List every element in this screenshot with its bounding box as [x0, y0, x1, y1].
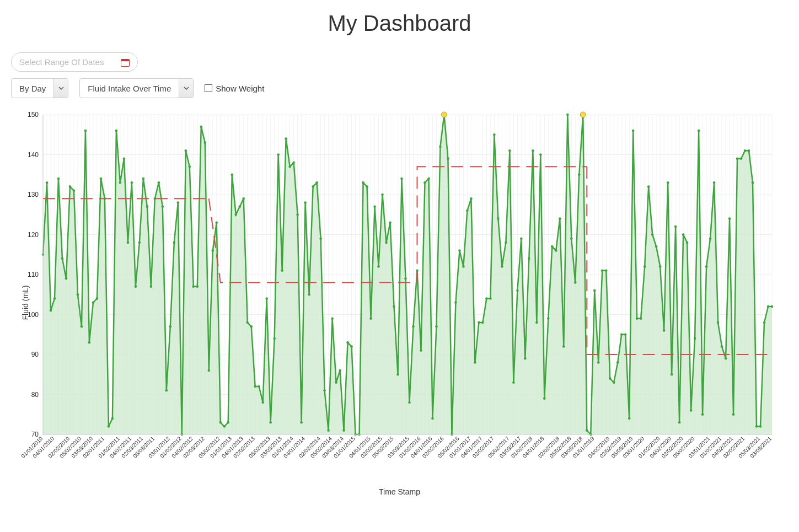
svg-point-305 [416, 269, 419, 272]
svg-point-263 [254, 385, 256, 388]
svg-point-339 [547, 317, 550, 320]
svg-point-261 [246, 321, 249, 324]
svg-point-309 [431, 417, 434, 420]
granularity-select[interactable]: By Day [11, 78, 68, 98]
svg-point-251 [207, 369, 210, 372]
svg-point-387 [732, 413, 735, 416]
svg-point-378 [698, 130, 700, 132]
svg-point-360 [628, 417, 631, 420]
svg-point-316 [458, 249, 461, 252]
svg-point-267 [269, 421, 272, 424]
svg-point-294 [373, 205, 376, 208]
svg-point-257 [230, 173, 233, 176]
show-weight-checkbox[interactable]: Show Weight [205, 84, 264, 93]
svg-point-325 [493, 133, 496, 136]
svg-point-232 [135, 285, 137, 288]
svg-point-223 [100, 178, 103, 180]
svg-point-268 [273, 337, 276, 340]
svg-point-375 [686, 241, 689, 244]
svg-point-237 [154, 197, 157, 200]
svg-point-306 [420, 349, 422, 352]
svg-point-225 [108, 425, 110, 428]
svg-point-356 [613, 381, 615, 384]
metric-select[interactable]: Fluid Intake Over Time [79, 78, 194, 98]
svg-point-389 [740, 157, 743, 160]
svg-text:120: 120 [28, 231, 39, 239]
svg-point-292 [366, 185, 368, 188]
chevron-down-icon [53, 79, 68, 98]
svg-point-279 [315, 181, 318, 184]
svg-point-240 [165, 389, 168, 392]
svg-point-275 [300, 421, 303, 424]
svg-point-256 [227, 421, 229, 424]
svg-point-283 [331, 317, 334, 320]
svg-point-293 [369, 317, 372, 320]
svg-point-379 [701, 413, 704, 416]
svg-point-222 [96, 297, 99, 300]
svg-point-317 [462, 265, 465, 268]
svg-point-396 [767, 305, 770, 308]
svg-point-318 [466, 209, 469, 212]
svg-point-227 [115, 130, 118, 132]
svg-point-373 [678, 421, 681, 424]
line-chart[interactable]: 70809010011012013014015001/01/201004/01/… [11, 109, 783, 484]
svg-point-218 [81, 325, 83, 328]
svg-point-358 [620, 333, 623, 336]
svg-point-336 [535, 321, 538, 324]
svg-point-342 [559, 217, 561, 220]
svg-point-274 [296, 213, 299, 216]
svg-point-392 [752, 181, 754, 184]
svg-point-224 [104, 197, 106, 200]
svg-point-302 [404, 277, 407, 280]
svg-point-272 [288, 165, 291, 168]
svg-point-291 [362, 181, 364, 184]
svg-point-228 [119, 181, 122, 184]
svg-point-280 [319, 237, 322, 240]
svg-point-372 [674, 225, 677, 228]
svg-point-277 [308, 293, 310, 296]
svg-point-213 [61, 257, 64, 260]
svg-point-245 [185, 149, 187, 152]
svg-point-393 [755, 425, 758, 428]
y-axis-label: Fluid (mL) [21, 285, 30, 320]
svg-point-211 [53, 297, 56, 300]
svg-point-288 [350, 345, 353, 348]
svg-point-377 [694, 337, 696, 340]
chevron-down-icon [179, 79, 193, 98]
svg-point-362 [636, 317, 639, 320]
svg-point-266 [265, 297, 268, 300]
svg-point-242 [173, 241, 176, 244]
svg-point-233 [138, 241, 141, 244]
svg-point-216 [73, 189, 76, 192]
svg-point-327 [501, 265, 503, 268]
svg-point-397 [771, 305, 774, 308]
svg-text:80: 80 [31, 391, 39, 399]
svg-point-301 [400, 178, 403, 180]
svg-point-303 [408, 401, 411, 404]
svg-point-385 [725, 357, 727, 360]
svg-point-346 [574, 281, 577, 284]
svg-point-236 [150, 285, 153, 288]
svg-point-310 [435, 325, 438, 328]
svg-point-214 [65, 277, 68, 280]
svg-point-369 [663, 329, 666, 332]
svg-point-270 [281, 269, 283, 272]
svg-point-390 [744, 149, 747, 152]
svg-point-252 [211, 249, 214, 252]
show-weight-label: Show Weight [216, 84, 264, 93]
svg-point-219 [84, 130, 87, 132]
date-range-picker[interactable]: Select Range Of Dates [11, 52, 138, 72]
page-title: My Dashboard [11, 11, 788, 36]
metric-select-label: Fluid Intake Over Time [80, 79, 179, 98]
svg-point-284 [335, 381, 337, 384]
svg-point-269 [277, 153, 280, 156]
svg-point-332 [520, 237, 523, 240]
svg-point-398 [441, 112, 447, 117]
svg-point-394 [759, 425, 762, 428]
svg-point-285 [339, 369, 341, 372]
svg-point-384 [721, 345, 723, 348]
svg-point-330 [512, 381, 515, 384]
svg-point-299 [393, 305, 395, 308]
svg-point-319 [470, 197, 473, 200]
svg-point-349 [586, 429, 588, 432]
